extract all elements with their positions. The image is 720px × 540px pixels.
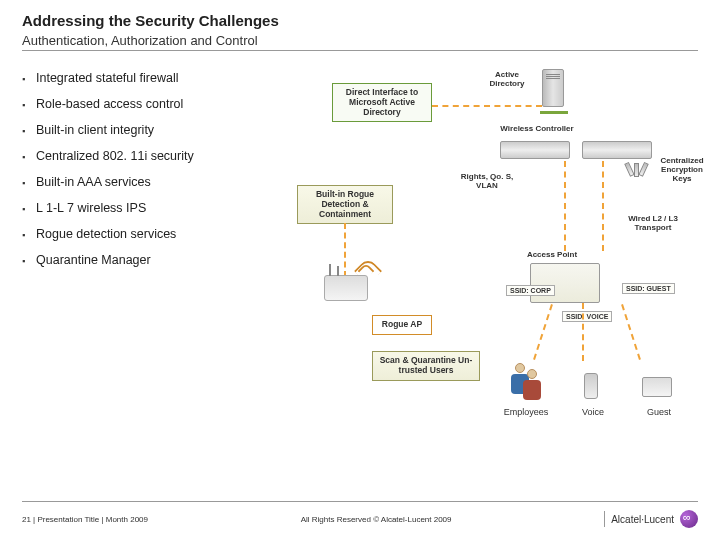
controller-icon: [582, 141, 652, 159]
ssid-corp: SSID: CORP: [506, 285, 555, 296]
label-enc-keys: Centralized Encryption Keys: [652, 157, 712, 183]
label-guest: Guest: [636, 407, 682, 417]
list-item: Integrated stateful firewall: [22, 65, 272, 91]
box-scan-quarantine: Scan & Quarantine Un-trusted Users: [372, 351, 480, 381]
laptop-icon: [642, 377, 672, 397]
footer: 21 | Presentation Title | Month 2009 All…: [22, 510, 698, 528]
label-rights: Rights, Qo. S, VLAN: [452, 173, 522, 191]
divider-top: [22, 50, 698, 51]
label-active-directory: Active Directory: [482, 71, 532, 89]
access-point-icon: [530, 263, 600, 303]
ssid-voice: SSID: VOICE: [562, 311, 612, 322]
connector: [432, 105, 542, 107]
connector: [564, 161, 566, 251]
label-wireless-controller: Wireless Controller: [482, 125, 592, 134]
controller-icon: [500, 141, 570, 159]
server-icon: [542, 69, 564, 107]
list-item: Built-in AAA services: [22, 169, 272, 195]
box-rogue-detection: Built-in Rogue Detection & Containment: [297, 185, 393, 224]
list-item: L 1-L 7 wireless IPS: [22, 195, 272, 221]
connector: [582, 303, 584, 361]
bullet-list: Integrated stateful firewall Role-based …: [22, 65, 272, 445]
list-item: Built-in client integrity: [22, 117, 272, 143]
label-voice: Voice: [570, 407, 616, 417]
list-item: Centralized 802. 11i security: [22, 143, 272, 169]
footer-copyright: All Rights Reserved © Alcatel-Lucent 200…: [301, 515, 452, 524]
label-employees: Employees: [496, 407, 556, 417]
connector: [344, 223, 346, 277]
list-item: Quarantine Manager: [22, 247, 272, 273]
label-wired: Wired L2 / L3 Transport: [618, 215, 688, 233]
ssid-guest: SSID: GUEST: [622, 283, 675, 294]
keys-icon: [618, 163, 656, 185]
brand-mark-icon: [680, 510, 698, 528]
list-item: Rogue detection services: [22, 221, 272, 247]
footer-left: 21 | Presentation Title | Month 2009: [22, 515, 148, 524]
connector-green: [540, 111, 568, 114]
phone-icon: [584, 373, 598, 399]
divider-bottom: [22, 501, 698, 502]
brand-name: Alcatel·Lucent: [611, 514, 674, 525]
label-rogue-ap: Rogue AP: [372, 315, 432, 335]
brand-logo: Alcatel·Lucent: [604, 510, 698, 528]
network-diagram: Direct Interface to Microsoft Active Dir…: [282, 65, 698, 445]
employees-icon: [520, 369, 544, 407]
connector: [621, 304, 641, 360]
connector: [533, 304, 553, 360]
connector: [602, 161, 604, 251]
box-direct-interface: Direct Interface to Microsoft Active Dir…: [332, 83, 432, 122]
slide-title: Addressing the Security Challenges: [22, 12, 698, 29]
list-item: Role-based access control: [22, 91, 272, 117]
slide-subtitle: Authentication, Authorization and Contro…: [22, 33, 698, 48]
divider-icon: [604, 511, 605, 527]
label-access-point: Access Point: [512, 251, 592, 260]
